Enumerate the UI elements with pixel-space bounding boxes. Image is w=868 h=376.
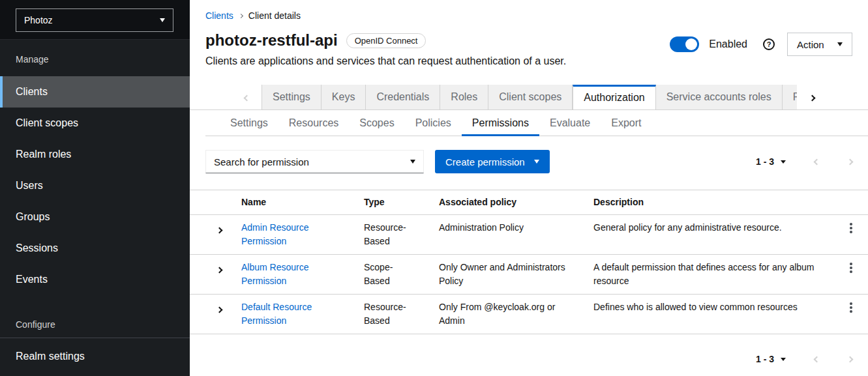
- help-icon[interactable]: ?: [763, 38, 775, 50]
- action-label: Action: [797, 39, 824, 50]
- tabs-strip: Settings Keys Credentials Roles Client s…: [262, 85, 797, 109]
- action-menu-button[interactable]: Action: [787, 33, 852, 56]
- tab-client-scopes[interactable]: Client scopes: [488, 85, 573, 109]
- type-cell: Scope-Based: [353, 255, 428, 294]
- policy-cell: Administration Policy: [428, 215, 583, 254]
- sidebar: Photoz Manage Clients Client scopes Real…: [0, 0, 190, 376]
- table-row: Album Resource Permission Scope-Based On…: [190, 255, 868, 295]
- pagination-range: 1 - 3: [756, 354, 774, 364]
- nav-divider: [0, 338, 190, 338]
- row-expand-toggle[interactable]: [217, 304, 222, 314]
- nav-list-manage: Clients Client scopes Realm roles Users …: [0, 76, 190, 295]
- angle-right-icon: [217, 307, 223, 313]
- breadcrumb: Clients Client details: [190, 0, 868, 21]
- sidebar-item-events[interactable]: Events: [0, 264, 190, 295]
- angle-left-icon: [814, 158, 820, 165]
- tab-scroll-left-button: [232, 85, 262, 109]
- nav-section-configure: Configure: [0, 319, 190, 330]
- kebab-menu-button[interactable]: [847, 300, 855, 315]
- sidebar-item-client-scopes[interactable]: Client scopes: [0, 108, 190, 139]
- pagination-menu-toggle[interactable]: 1 - 3: [756, 156, 786, 167]
- breadcrumb-current: Client details: [248, 10, 301, 21]
- tab-roles[interactable]: Roles: [440, 85, 488, 109]
- sidebar-item-label: Realm settings: [16, 351, 85, 362]
- table-row: Admin Resource Permission Resource-Based…: [190, 215, 868, 255]
- tab-label: Authorization: [584, 92, 644, 103]
- row-expand-toggle[interactable]: [217, 265, 222, 274]
- tab-service-accounts-roles[interactable]: Service accounts roles: [656, 85, 783, 109]
- column-header-description: Description: [583, 190, 838, 214]
- sidebar-item-realm-settings[interactable]: Realm settings: [0, 341, 190, 372]
- subtab-permissions[interactable]: Permissions: [462, 110, 539, 136]
- subtab-scopes[interactable]: Scopes: [349, 110, 404, 136]
- sidebar-item-users[interactable]: Users: [0, 170, 190, 201]
- angle-left-icon: [814, 356, 820, 362]
- tab-label: Keys: [332, 91, 355, 102]
- kebab-menu-button[interactable]: [847, 220, 855, 236]
- authorization-subtabs: Settings Resources Scopes Policies Permi…: [205, 110, 868, 136]
- policy-cell: Only From @keycloak.org or Admin: [428, 295, 583, 334]
- tab-keys[interactable]: Keys: [322, 85, 367, 109]
- client-tabs: Settings Keys Credentials Roles Client s…: [190, 85, 868, 110]
- column-header-name: Name: [231, 190, 353, 214]
- angle-right-icon: [847, 356, 854, 362]
- sidebar-nav: Manage Clients Client scopes Realm roles…: [0, 40, 190, 376]
- angle-right-icon: [847, 158, 854, 165]
- permission-name-link[interactable]: Default Resource Permission: [241, 302, 312, 326]
- create-permission-button[interactable]: Create permission: [435, 150, 550, 173]
- realm-selector[interactable]: Photoz: [16, 8, 173, 32]
- sidebar-item-sessions[interactable]: Sessions: [0, 233, 190, 264]
- header-expand-spacer: [190, 190, 231, 214]
- subtab-label: Permissions: [472, 117, 529, 128]
- angle-right-icon: [809, 94, 815, 101]
- name-cell: Admin Resource Permission: [231, 215, 353, 254]
- sidebar-item-label: Users: [16, 180, 43, 192]
- subtab-evaluate[interactable]: Evaluate: [539, 110, 601, 136]
- enabled-label: Enabled: [709, 38, 747, 50]
- pagination-next-button: [848, 357, 852, 362]
- type-cell: Resource-Based: [353, 215, 428, 254]
- pagination-menu-toggle[interactable]: 1 - 3: [756, 354, 786, 364]
- tab-settings[interactable]: Settings: [262, 85, 322, 109]
- page-header-controls: Enabled ? Action: [670, 33, 852, 56]
- permission-name-link[interactable]: Album Resource Permission: [241, 262, 309, 286]
- subtab-label: Settings: [230, 117, 268, 128]
- breadcrumb-link-clients[interactable]: Clients: [205, 10, 233, 21]
- main-content: Clients Client details photoz-restful-ap…: [190, 0, 868, 376]
- caret-down-icon: [160, 18, 165, 22]
- tab-label: Credentials: [376, 91, 429, 102]
- sidebar-item-realm-roles[interactable]: Realm roles: [0, 139, 190, 170]
- subtab-export[interactable]: Export: [601, 110, 651, 136]
- breadcrumb-separator-icon: [239, 13, 243, 18]
- subtab-resources[interactable]: Resources: [278, 110, 349, 136]
- page-header: photoz-restful-api OpenID Connect Client…: [190, 21, 868, 67]
- tab-authorization[interactable]: Authorization: [573, 85, 655, 109]
- expand-cell: [190, 295, 231, 334]
- sidebar-item-label: Events: [16, 274, 48, 285]
- pagination-prev-button: [815, 357, 819, 362]
- permission-name-link[interactable]: Admin Resource Permission: [241, 222, 309, 246]
- actions-cell: [838, 255, 868, 294]
- search-permission-placeholder: Search for permission: [214, 156, 309, 167]
- subtab-settings[interactable]: Settings: [220, 110, 278, 136]
- sidebar-item-groups[interactable]: Groups: [0, 201, 190, 233]
- sidebar-item-label: Realm roles: [16, 149, 71, 160]
- pagination-bottom: 1 - 3: [756, 354, 852, 364]
- tab-scroll-right-button[interactable]: [797, 85, 827, 109]
- tab-credentials[interactable]: Credentials: [366, 85, 440, 109]
- type-cell: Resource-Based: [353, 295, 428, 334]
- sidebar-header: Photoz: [0, 0, 190, 40]
- tab-permissions[interactable]: Permissions: [783, 85, 797, 109]
- pagination-top: 1 - 3: [756, 156, 852, 167]
- page-header-left: photoz-restful-api OpenID Connect Client…: [205, 29, 566, 67]
- subtab-label: Scopes: [359, 117, 394, 128]
- kebab-menu-button[interactable]: [847, 260, 855, 276]
- sidebar-item-clients[interactable]: Clients: [0, 76, 190, 108]
- expand-cell: [190, 215, 231, 254]
- row-expand-toggle[interactable]: [217, 225, 222, 235]
- angle-right-icon: [217, 227, 223, 234]
- caret-down-icon: [534, 160, 539, 164]
- search-permission-select[interactable]: Search for permission: [205, 150, 424, 173]
- enabled-toggle[interactable]: [670, 36, 699, 52]
- subtab-policies[interactable]: Policies: [405, 110, 462, 136]
